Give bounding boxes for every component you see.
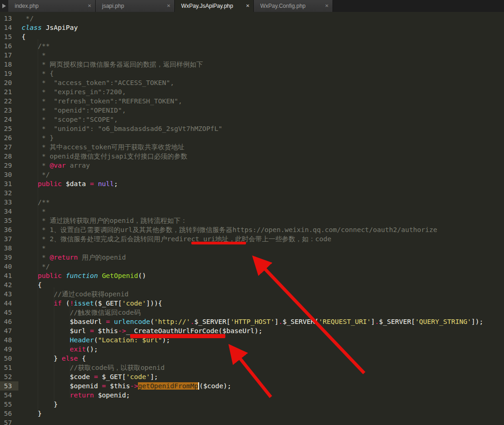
code-line-15[interactable]: 15{ xyxy=(0,32,504,41)
code-text: * } xyxy=(18,133,54,142)
tab-overflow-icon xyxy=(2,4,6,8)
code-segment: 'code' xyxy=(122,300,146,307)
tab-close-icon[interactable]: ✕ xyxy=(167,0,171,12)
code-segment: = xyxy=(94,373,98,380)
line-number: 17 xyxy=(0,51,18,60)
code-text: * @var array xyxy=(18,161,90,170)
code-segment xyxy=(22,300,54,307)
code-segment: //通过code获得openid xyxy=(54,290,129,298)
code-segment: $this xyxy=(94,327,118,334)
code-text: * 1、设置自己需要调回的url及其其他参数，跳转到微信服务器https://o… xyxy=(18,225,437,234)
code-segment: ! xyxy=(70,300,74,307)
code-line-45[interactable]: 45 //触发微信返回code码 xyxy=(0,308,504,317)
code-segment: $_GET[ xyxy=(98,373,126,380)
code-text: * xyxy=(18,207,46,216)
code-text: * { xyxy=(18,69,54,78)
tab-overflow-button[interactable] xyxy=(0,0,8,12)
code-line-32[interactable]: 32 xyxy=(0,188,504,198)
code-text: } xyxy=(18,409,42,418)
code-line-39[interactable]: 39 * @return 用户的openid xyxy=(0,253,504,262)
tab-WxPay.JsApiPay.php[interactable]: WxPay.JsApiPay.php✕ xyxy=(175,0,254,12)
code-line-17[interactable]: 17 * xyxy=(0,51,504,60)
code-segment: { xyxy=(78,355,86,362)
code-text: public $data = null; xyxy=(18,179,118,188)
code-line-29[interactable]: 29 * @var array xyxy=(0,161,504,170)
code-line-24[interactable]: 24 * "scope":"SCOPE", xyxy=(0,115,504,124)
code-line-20[interactable]: 20 * "access_token":"ACCESS_TOKEN", xyxy=(0,78,504,87)
code-line-41[interactable]: 41 public function GetOpenid() xyxy=(0,271,504,280)
code-text xyxy=(18,188,22,198)
line-number: 57 xyxy=(0,418,18,425)
code-line-49[interactable]: 49 exit(); xyxy=(0,345,504,354)
code-line-42[interactable]: 42 { xyxy=(0,280,504,289)
code-line-30[interactable]: 30 */ xyxy=(0,170,504,179)
code-text: exit(); xyxy=(18,345,98,354)
code-segment: ]; xyxy=(150,373,158,380)
code-segment xyxy=(22,290,54,298)
code-line-28[interactable]: 28 * openid是微信支付jsapi支付接口必须的参数 xyxy=(0,152,504,161)
tab-close-icon[interactable]: ✕ xyxy=(246,0,250,12)
code-line-50[interactable]: 50 } else { xyxy=(0,354,504,363)
code-line-33[interactable]: 33 /** xyxy=(0,198,504,207)
code-text: { xyxy=(18,32,26,41)
code-text: */ xyxy=(18,14,34,23)
code-text: * 2、微信服务处理完成之后会跳转回用户redirect_uri地址，此时会带上… xyxy=(18,234,332,244)
code-line-16[interactable]: 16 /** xyxy=(0,41,504,51)
line-number: 50 xyxy=(0,354,18,363)
code-line-56[interactable]: 56 } xyxy=(0,409,504,418)
code-text: * 网页授权接口微信服务器返回的数据，返回样例如下 xyxy=(18,60,203,69)
code-line-38[interactable]: 38 * xyxy=(0,244,504,253)
code-line-21[interactable]: 21 * "expires_in":7200, xyxy=(0,87,504,96)
code-line-44[interactable]: 44 if (!isset($_GET['code'])){ xyxy=(0,299,504,308)
code-line-34[interactable]: 34 * xyxy=(0,207,504,216)
code-segment: 'HTTP_HOST' xyxy=(230,318,275,325)
code-line-13[interactable]: 13 */ xyxy=(0,14,504,23)
code-line-57[interactable]: 57 xyxy=(0,418,504,425)
tab-index.php[interactable]: index.php✕ xyxy=(8,0,96,12)
code-line-51[interactable]: 51 //获取code码，以获取openid xyxy=(0,363,504,372)
code-line-27[interactable]: 27 * 其中access_token可用于获取共享收货地址 xyxy=(0,142,504,152)
code-line-19[interactable]: 19 * { xyxy=(0,69,504,78)
line-number: 54 xyxy=(0,391,18,400)
line-number: 44 xyxy=(0,299,18,308)
code-segment: exit xyxy=(70,346,86,353)
code-line-14[interactable]: 14class JsApiPay xyxy=(0,23,504,32)
code-line-26[interactable]: 26 * } xyxy=(0,133,504,142)
code-line-47[interactable]: 47 $url = $this->__CreateOauthUrlForCode… xyxy=(0,326,504,335)
code-line-48[interactable]: 48 Header("Location: $url"); xyxy=(0,335,504,345)
code-line-18[interactable]: 18 * 网页授权接口微信服务器返回的数据，返回样例如下 xyxy=(0,60,504,69)
code-line-40[interactable]: 40 */ xyxy=(0,262,504,271)
code-line-35[interactable]: 35 * 通过跳转获取用户的openid，跳转流程如下： xyxy=(0,216,504,225)
code-text: * "scope":"SCOPE", xyxy=(18,115,118,124)
tab-WxPay.Config.php[interactable]: WxPay.Config.php✕ xyxy=(254,0,333,12)
code-line-52[interactable]: 52 $code = $_GET['code']; xyxy=(0,372,504,381)
code-segment: $url xyxy=(22,327,90,334)
code-line-43[interactable]: 43 //通过code获得openid xyxy=(0,289,504,299)
code-line-37[interactable]: 37 * 2、微信服务处理完成之后会跳转回用户redirect_uri地址，此时… xyxy=(0,234,504,244)
code-line-55[interactable]: 55 } xyxy=(0,400,504,409)
code-segment: $_SERVER[ xyxy=(194,318,230,325)
code-segment: * "access_token":"ACCESS_TOKEN", xyxy=(22,79,174,86)
code-text: * 其中access_token可用于获取共享收货地址 xyxy=(18,142,184,152)
code-line-22[interactable]: 22 * "refresh_token":"REFRESH_TOKEN", xyxy=(0,96,504,106)
code-segment: (); xyxy=(86,346,98,353)
tab-label: jsapi.php xyxy=(102,3,124,9)
code-line-46[interactable]: 46 $baseUrl = urlencode('http://'.$_SERV… xyxy=(0,317,504,326)
code-line-25[interactable]: 25 * "unionid": "o6_bmasdasdsad6_2sgVt7h… xyxy=(0,124,504,133)
code-editor-window: { "tabbar": { "close_icon": "✕", "tabs":… xyxy=(0,0,504,425)
code-line-23[interactable]: 23 * "openid":"OPENID", xyxy=(0,106,504,115)
code-line-31[interactable]: 31 public $data = null; xyxy=(0,179,504,188)
code-segment: ( xyxy=(150,318,154,325)
code-segment xyxy=(94,180,98,187)
code-line-53[interactable]: 53 $openid = $this->getOpenidFromMp($cod… xyxy=(0,381,504,391)
code-segment: ] xyxy=(371,318,375,325)
code-line-54[interactable]: 54 return $openid; xyxy=(0,391,504,400)
tab-jsapi.php[interactable]: jsapi.php✕ xyxy=(96,0,175,12)
line-number: 56 xyxy=(0,409,18,418)
tab-close-icon[interactable]: ✕ xyxy=(88,0,92,12)
code-segment: * xyxy=(22,244,46,252)
code-line-36[interactable]: 36 * 1、设置自己需要调回的url及其其他参数，跳转到微信服务器https:… xyxy=(0,225,504,234)
code-segment: public xyxy=(38,180,62,187)
editor-pane[interactable]: 13 */14class JsApiPay15{16 /**17 *18 * 网… xyxy=(0,12,504,425)
tab-close-icon[interactable]: ✕ xyxy=(325,0,329,12)
